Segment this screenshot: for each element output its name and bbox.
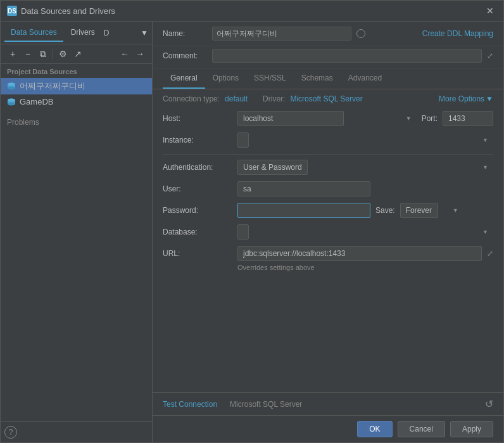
tab-advanced[interactable]: Advanced bbox=[341, 68, 389, 89]
user-label: User: bbox=[163, 184, 232, 193]
title-bar-left: DS Data Sources and Drivers bbox=[7, 6, 115, 16]
port-input[interactable] bbox=[443, 111, 493, 126]
test-connection-button[interactable]: Test Connection bbox=[163, 400, 217, 409]
database-select-wrapper bbox=[237, 224, 493, 240]
left-tabs-dropdown[interactable]: ▼ bbox=[141, 29, 148, 37]
save-select[interactable]: Forever bbox=[400, 203, 438, 218]
name-row: Name: Create DDL Mapping bbox=[153, 22, 503, 46]
db1-label: 어쩌구저쩌구디비 bbox=[20, 80, 85, 92]
chevron-down-icon: ▼ bbox=[486, 94, 493, 103]
instance-row: Instance: bbox=[163, 132, 493, 148]
url-input[interactable] bbox=[237, 246, 482, 261]
main-content: Data Sources Drivers D ▼ + − ⧉ ⚙ ↗ ← → bbox=[1, 22, 503, 442]
database-select[interactable] bbox=[237, 224, 249, 240]
database-row: Database: bbox=[163, 224, 493, 240]
comment-row: Comment: ⤢ bbox=[153, 46, 503, 68]
save-select-wrapper: Forever bbox=[400, 203, 463, 218]
back-nav-button[interactable]: ← bbox=[118, 47, 132, 61]
help-button[interactable]: ? bbox=[4, 426, 17, 439]
host-select-wrapper bbox=[237, 111, 417, 126]
tab-d[interactable]: D bbox=[104, 29, 110, 37]
copy-source-button[interactable]: ⧉ bbox=[36, 47, 50, 61]
svg-point-7 bbox=[8, 98, 15, 101]
tab-general[interactable]: General bbox=[163, 68, 205, 89]
forward-nav-button[interactable]: → bbox=[133, 47, 147, 61]
expand-url-button[interactable]: ⤢ bbox=[487, 249, 493, 258]
db2-label: GameDB bbox=[20, 97, 53, 106]
cancel-button[interactable]: Cancel bbox=[398, 421, 445, 437]
action-buttons: OK Cancel Apply bbox=[153, 415, 503, 442]
tree-item-db2[interactable]: GameDB bbox=[1, 94, 152, 109]
remove-source-button[interactable]: − bbox=[21, 47, 35, 61]
instance-label: Instance: bbox=[163, 136, 232, 144]
tree-item-db1[interactable]: 어쩌구저쩌구디비 bbox=[1, 78, 152, 94]
right-panel: Name: Create DDL Mapping Comment: ⤢ Gene… bbox=[153, 22, 503, 442]
create-ddl-link[interactable]: Create DDL Mapping bbox=[422, 29, 493, 38]
password-row: Password: Save: Forever bbox=[163, 203, 493, 218]
conn-type-value[interactable]: default bbox=[225, 94, 248, 103]
user-input[interactable] bbox=[237, 181, 370, 196]
settings-button[interactable]: ⚙ bbox=[56, 47, 70, 61]
tab-options[interactable]: Options bbox=[205, 68, 246, 89]
driver-value[interactable]: Microsoft SQL Server bbox=[290, 94, 362, 103]
tab-data-sources[interactable]: Data Sources bbox=[4, 24, 63, 42]
host-label: Host: bbox=[163, 114, 232, 123]
auth-select[interactable]: User & Password bbox=[237, 160, 308, 175]
toolbar-separator bbox=[53, 49, 53, 59]
port-label: Port: bbox=[422, 114, 438, 123]
bottom-bar: Test Connection Microsoft SQL Server ↺ bbox=[153, 392, 503, 415]
more-options-button[interactable]: More Options ▼ bbox=[439, 94, 493, 103]
url-hint: Overrides settings above bbox=[237, 264, 493, 271]
chevron-down-icon: ▼ bbox=[141, 29, 148, 37]
name-field-label: Name: bbox=[163, 29, 207, 38]
project-data-sources-label: Project Data Sources bbox=[1, 64, 152, 78]
general-content: Connection type: default Driver: Microso… bbox=[153, 89, 503, 392]
host-port-row: Host: Port: bbox=[163, 111, 493, 126]
close-button[interactable]: ✕ bbox=[483, 4, 497, 17]
comment-field-label: Comment: bbox=[163, 51, 207, 60]
url-label: URL: bbox=[163, 249, 232, 258]
refresh-button[interactable]: ↺ bbox=[485, 398, 493, 410]
auth-select-wrapper: User & Password bbox=[237, 160, 493, 175]
password-input[interactable] bbox=[237, 203, 370, 218]
separator bbox=[163, 154, 493, 155]
instance-select[interactable] bbox=[237, 132, 249, 148]
export-button[interactable]: ↗ bbox=[71, 47, 85, 61]
dialog-title: Data Sources and Drivers bbox=[21, 6, 115, 16]
url-row: URL: ⤢ bbox=[163, 246, 493, 261]
title-bar: DS Data Sources and Drivers ✕ bbox=[1, 1, 503, 22]
config-tabs: General Options SSH/SSL Schemas Advanced bbox=[153, 68, 503, 89]
save-label: Save: bbox=[375, 206, 395, 215]
add-source-button[interactable]: + bbox=[6, 47, 20, 61]
driver-label: Driver: bbox=[263, 94, 285, 103]
expand-comment-button[interactable]: ⤢ bbox=[487, 51, 493, 60]
host-input[interactable] bbox=[237, 111, 344, 126]
tab-ssh-ssl[interactable]: SSH/SSL bbox=[246, 68, 294, 89]
db1-icon bbox=[7, 82, 16, 91]
connection-info-row: Connection type: default Driver: Microso… bbox=[163, 94, 493, 103]
ok-button[interactable]: OK bbox=[357, 421, 392, 437]
tab-drivers[interactable]: Drivers bbox=[65, 24, 101, 42]
svg-point-3 bbox=[8, 83, 15, 86]
svg-point-6 bbox=[8, 102, 15, 105]
left-bottom: ? bbox=[1, 421, 152, 442]
conn-type-label: Connection type: bbox=[163, 94, 220, 103]
left-panel: Data Sources Drivers D ▼ + − ⧉ ⚙ ↗ ← → bbox=[1, 22, 153, 442]
user-row: User: bbox=[163, 181, 493, 196]
auth-label: Authentication: bbox=[163, 163, 232, 172]
auth-row: Authentication: User & Password bbox=[163, 160, 493, 175]
password-label: Password: bbox=[163, 206, 232, 215]
problems-section[interactable]: Problems bbox=[1, 114, 152, 131]
bottom-driver-label: Microsoft SQL Server bbox=[230, 400, 302, 409]
connection-status-icon bbox=[356, 29, 365, 38]
dialog-container: DS Data Sources and Drivers ✕ Data Sourc… bbox=[0, 0, 504, 443]
name-input[interactable] bbox=[212, 27, 351, 41]
database-label: Database: bbox=[163, 228, 232, 236]
nav-arrows: ← → bbox=[118, 47, 147, 61]
comment-input[interactable] bbox=[212, 49, 482, 63]
left-tabs: Data Sources Drivers D ▼ bbox=[1, 22, 152, 44]
svg-point-2 bbox=[8, 87, 15, 90]
apply-button[interactable]: Apply bbox=[450, 421, 493, 437]
db2-icon bbox=[7, 98, 16, 106]
tab-schemas[interactable]: Schemas bbox=[294, 68, 341, 89]
